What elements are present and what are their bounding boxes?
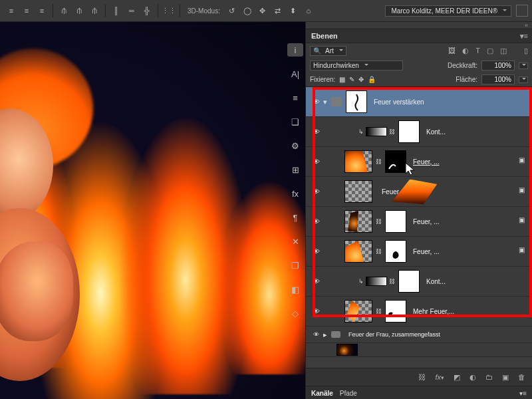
clone-panel-icon[interactable]: ❐ — [287, 259, 303, 272]
layer-row-group[interactable]: 👁 ▸ Feuer der Frau, zusammengefasst — [306, 327, 532, 343]
link-icon[interactable]: ⛓ — [389, 278, 395, 285]
layer-thumb[interactable] — [344, 300, 372, 323]
layer-mask-thumb[interactable] — [385, 210, 406, 233]
fill-input[interactable]: 100% — [481, 74, 515, 84]
workspace-dropdown[interactable]: Marco Kolditz, MEER DER IDEEN® — [385, 5, 511, 17]
panel-menu-icon[interactable]: ▾≡ — [519, 390, 527, 397]
filter-image-icon[interactable]: 🖼 — [448, 47, 456, 55]
visibility-toggle-icon[interactable]: 👁 — [309, 128, 323, 136]
layer-mask-thumb[interactable] — [346, 90, 367, 113]
visibility-toggle-icon[interactable]: 👁 — [309, 331, 323, 338]
delete-layer-icon[interactable]: 🗑 — [518, 373, 525, 381]
layer-mask-thumb[interactable] — [385, 300, 406, 323]
filter-smart-icon[interactable]: ◫ — [500, 47, 507, 55]
visibility-toggle-icon[interactable]: 👁 — [309, 247, 323, 255]
align-right-icon[interactable]: ≡ — [35, 3, 49, 18]
align-left-icon[interactable]: ≡ — [4, 3, 19, 18]
distribute-2-icon[interactable]: ⫛ — [72, 3, 86, 18]
link-icon[interactable]: ⛓ — [389, 128, 395, 135]
layer-thumb[interactable] — [344, 210, 372, 233]
adjustment-thumb[interactable] — [366, 127, 387, 136]
visibility-toggle-icon[interactable]: 👁 — [309, 188, 323, 196]
layer-name[interactable]: Kont... — [426, 278, 532, 285]
color-panel-icon[interactable]: ⚙︎ — [287, 139, 303, 152]
layer-style-icon[interactable]: fx▾ — [435, 373, 444, 381]
character-panel-icon[interactable]: A| — [287, 67, 303, 80]
layer-row[interactable]: 👁 ⛓ Feuer, ... ▣ — [306, 147, 532, 177]
layer-name[interactable]: Feuer der Frau, zusammengefasst — [348, 331, 532, 338]
3d-slide-icon[interactable]: ⇄ — [271, 3, 285, 18]
link-layers-icon[interactable]: ⛓ — [418, 373, 426, 381]
layers-panel-tab[interactable]: Ebenen ▾≡ — [306, 29, 532, 43]
collapse-chevron-icon[interactable]: « — [525, 22, 528, 29]
3d-camera-icon[interactable]: ⌂ — [301, 3, 316, 18]
3d-roll-icon[interactable]: ◯ — [240, 3, 255, 18]
disclosure-triangle-icon[interactable]: ▾ — [323, 98, 330, 106]
channels-tab[interactable]: Kanäle — [311, 390, 333, 397]
layer-name[interactable]: Feuer verstärken — [374, 98, 532, 106]
3d-orbit-icon[interactable]: ↺ — [225, 3, 239, 18]
brush-panel-icon[interactable]: ✕ — [287, 235, 303, 248]
more-icon[interactable]: ⋮⋮ — [162, 3, 176, 18]
fill-flyout-icon[interactable] — [519, 76, 528, 83]
layer-mask-thumb[interactable] — [398, 120, 420, 143]
spacing-c-icon[interactable]: ╬ — [140, 3, 154, 18]
layer-row[interactable]: 👁 Feuer, Arm ▣ — [306, 177, 532, 207]
layer-row[interactable]: 👁 ↳ ⛓ Kont... — [306, 267, 532, 297]
paragraph-panel-icon[interactable]: ≡ — [287, 91, 303, 104]
layer-name[interactable]: Kont... — [426, 128, 532, 136]
navigator-panel-icon[interactable]: ◧ — [287, 283, 303, 296]
layer-row[interactable]: 👁 ↳ ⛓ Kont... — [306, 117, 532, 147]
filter-shape-icon[interactable]: ▢ — [487, 47, 493, 55]
spacing-v-icon[interactable]: ═ — [124, 3, 139, 18]
visibility-toggle-icon[interactable]: 👁 — [309, 307, 323, 315]
link-icon[interactable]: ⛓ — [376, 308, 382, 315]
layer-thumb[interactable] — [344, 150, 372, 173]
layer-filter-kind-select[interactable]: 🔍Art — [310, 46, 346, 56]
histogram-panel-icon[interactable]: ◇ — [287, 307, 303, 320]
link-icon[interactable]: ⛓ — [376, 158, 382, 165]
layer-mask-thumb[interactable] — [385, 150, 406, 173]
distribute-3-icon[interactable]: ⫛ — [87, 3, 102, 18]
3d-scale-icon[interactable]: ⬍ — [286, 3, 301, 18]
new-adjustment-icon[interactable]: ◐ — [469, 373, 476, 382]
layer-name[interactable]: Mehr Feuer,... — [413, 308, 532, 315]
layer-fx-icon[interactable]: ▣ — [519, 246, 528, 255]
layer-thumb[interactable] — [344, 180, 372, 203]
align-center-icon[interactable]: ≡ — [19, 3, 34, 18]
panel-menu-icon[interactable]: ▾≡ — [520, 32, 528, 41]
disclosure-triangle-icon[interactable]: ▸ — [323, 331, 330, 339]
opacity-flyout-icon[interactable] — [519, 63, 528, 69]
visibility-toggle-icon[interactable]: 👁 — [309, 158, 323, 166]
lock-all-icon[interactable]: 🔒 — [368, 76, 376, 83]
layer-row-group[interactable]: 👁 ▾ Feuer verstärken — [306, 87, 532, 117]
info-panel-icon[interactable]: i — [287, 43, 303, 57]
styles-panel-icon[interactable]: ⊞ — [287, 163, 303, 176]
link-icon[interactable]: ⛓ — [376, 248, 382, 255]
distribute-1-icon[interactable]: ⫛ — [57, 3, 71, 18]
swatches-panel-icon[interactable]: ❏ — [287, 115, 303, 128]
visibility-toggle-icon[interactable]: 👁 — [309, 217, 323, 225]
3d-pan-icon[interactable]: ✥ — [255, 3, 270, 18]
layer-name[interactable]: Feuer, ... — [413, 218, 532, 225]
fx-panel-icon[interactable]: fx — [287, 187, 303, 200]
layer-thumb[interactable] — [344, 240, 372, 263]
adjustment-thumb[interactable] — [366, 277, 387, 286]
visibility-toggle-icon[interactable]: 👁 — [309, 98, 323, 106]
layer-row[interactable] — [306, 343, 532, 357]
new-layer-icon[interactable]: ▣ — [502, 373, 509, 382]
lock-pixels-icon[interactable]: ✎ — [349, 76, 354, 83]
layer-fx-icon[interactable]: ▣ — [519, 156, 528, 166]
para-styles-icon[interactable]: ¶ — [287, 211, 303, 224]
layer-row[interactable]: 👁 ⛓ Feuer, ... ▣ — [306, 207, 532, 237]
filter-type-icon[interactable]: T — [475, 47, 480, 55]
link-icon[interactable]: ⛓ — [376, 218, 382, 225]
layer-name[interactable]: Feuer, ... — [413, 248, 532, 255]
spacing-h-icon[interactable]: ║ — [109, 3, 124, 18]
layer-fx-icon[interactable]: ▣ — [519, 186, 528, 196]
filter-toggle-icon[interactable]: ▯ — [524, 47, 528, 55]
blend-mode-select[interactable]: Hindurchwirken — [310, 61, 403, 70]
layer-thumb[interactable] — [336, 344, 358, 356]
layer-mask-thumb[interactable] — [398, 270, 420, 293]
layer-name[interactable]: Feuer, ... — [413, 158, 532, 166]
